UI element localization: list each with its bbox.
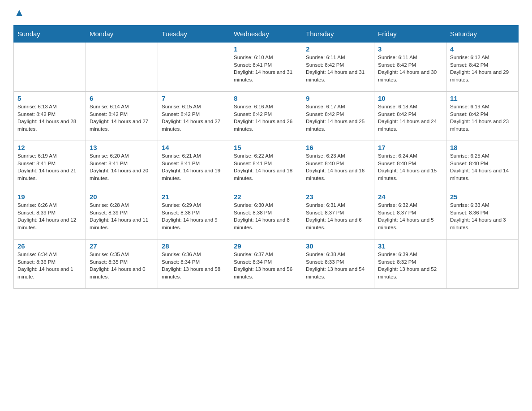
day-info-line: Sunset: 8:36 PM [450,210,488,215]
calendar-table: SundayMondayTuesdayWednesdayThursdayFrid… [13,25,519,289]
weekday-header-thursday: Thursday [302,26,374,43]
day-info-line: Sunrise: 6:14 AM [90,104,129,109]
calendar-cell [14,43,86,92]
day-info: Sunrise: 6:12 AMSunset: 8:42 PMDaylight:… [450,54,515,84]
calendar-cell: 8Sunrise: 6:16 AMSunset: 8:42 PMDaylight… [230,92,302,141]
day-number: 4 [450,45,515,53]
day-info: Sunrise: 6:34 AMSunset: 8:36 PMDaylight:… [17,251,82,281]
calendar-cell: 12Sunrise: 6:19 AMSunset: 8:41 PMDayligh… [14,141,86,190]
calendar-cell: 19Sunrise: 6:26 AMSunset: 8:39 PMDayligh… [14,190,86,240]
day-info: Sunrise: 6:28 AMSunset: 8:39 PMDaylight:… [90,201,154,231]
day-number: 19 [17,193,82,201]
calendar-cell: 7Sunrise: 6:15 AMSunset: 8:42 PMDaylight… [158,92,230,141]
day-number: 12 [17,144,82,151]
day-info-line: Daylight: 14 hours and 28 minutes. [17,119,76,132]
day-number: 20 [90,193,154,201]
day-info-line: Sunset: 8:41 PM [234,62,272,68]
day-info-line: Daylight: 14 hours and 31 minutes. [306,69,365,82]
day-info-line: Sunset: 8:38 PM [234,210,272,215]
day-info-line: Sunrise: 6:25 AM [450,153,489,158]
day-info: Sunrise: 6:21 AMSunset: 8:41 PMDaylight:… [162,152,226,182]
day-info: Sunrise: 6:20 AMSunset: 8:41 PMDaylight:… [90,152,154,182]
week-row-1: 1Sunrise: 6:10 AMSunset: 8:41 PMDaylight… [14,43,519,92]
calendar-cell: 11Sunrise: 6:19 AMSunset: 8:42 PMDayligh… [446,92,519,141]
day-info-line: Daylight: 14 hours and 23 minutes. [450,119,509,132]
day-number: 28 [162,242,226,250]
day-info-line: Daylight: 14 hours and 21 minutes. [17,168,76,181]
day-info-line: Daylight: 14 hours and 6 minutes. [306,217,362,230]
day-info-line: Sunset: 8:39 PM [17,210,56,215]
day-number: 15 [234,144,298,151]
day-info-line: Sunrise: 6:26 AM [17,202,57,208]
day-info-line: Sunset: 8:34 PM [234,259,272,265]
day-info-line: Daylight: 14 hours and 8 minutes. [234,217,290,230]
day-info-line: Sunset: 8:34 PM [162,259,200,265]
day-info: Sunrise: 6:36 AMSunset: 8:34 PMDaylight:… [162,251,226,281]
day-info-line: Daylight: 14 hours and 19 minutes. [162,168,220,181]
day-info: Sunrise: 6:11 AMSunset: 8:42 PMDaylight:… [306,54,370,84]
day-number: 8 [234,94,298,102]
day-info-line: Sunrise: 6:11 AM [306,55,345,60]
day-info-line: Daylight: 14 hours and 31 minutes. [234,69,292,82]
day-info-line: Daylight: 14 hours and 0 minutes. [90,266,146,279]
day-info-line: Daylight: 14 hours and 9 minutes. [162,217,218,230]
day-info: Sunrise: 6:33 AMSunset: 8:36 PMDaylight:… [450,201,515,231]
day-info-line: Sunrise: 6:10 AM [234,55,273,60]
day-info: Sunrise: 6:25 AMSunset: 8:40 PMDaylight:… [450,152,515,182]
day-info: Sunrise: 6:24 AMSunset: 8:40 PMDaylight:… [378,152,442,182]
day-info-line: Sunset: 8:41 PM [234,161,272,166]
day-info-line: Daylight: 14 hours and 27 minutes. [90,119,148,132]
day-info-line: Daylight: 13 hours and 56 minutes. [234,266,292,279]
day-info-line: Sunset: 8:42 PM [378,111,416,117]
day-info-line: Sunrise: 6:19 AM [450,104,489,109]
day-info-line: Sunset: 8:42 PM [306,62,344,68]
day-number: 13 [90,144,154,151]
day-number: 3 [378,45,442,53]
week-row-2: 5Sunrise: 6:13 AMSunset: 8:42 PMDaylight… [14,92,519,141]
weekday-header-monday: Monday [86,26,158,43]
calendar-cell: 28Sunrise: 6:36 AMSunset: 8:34 PMDayligh… [158,240,230,289]
day-info-line: Sunset: 8:37 PM [378,210,416,215]
calendar-cell [86,43,158,92]
day-info-line: Sunrise: 6:30 AM [234,202,273,208]
calendar-cell: 22Sunrise: 6:30 AMSunset: 8:38 PMDayligh… [230,190,302,240]
calendar-cell: 14Sunrise: 6:21 AMSunset: 8:41 PMDayligh… [158,141,230,190]
day-number: 29 [234,242,298,250]
calendar-cell: 4Sunrise: 6:12 AMSunset: 8:42 PMDaylight… [446,43,519,92]
day-number: 14 [162,144,226,151]
day-number: 24 [378,193,442,201]
day-info-line: Daylight: 14 hours and 20 minutes. [90,168,148,181]
day-info-line: Sunrise: 6:23 AM [306,153,345,158]
day-info-line: Sunrise: 6:17 AM [306,104,345,109]
logo-triangle-icon [14,8,24,18]
day-info-line: Sunset: 8:41 PM [17,161,56,166]
day-info-line: Sunset: 8:42 PM [378,62,416,68]
svg-marker-0 [16,10,22,16]
day-number: 17 [378,144,442,151]
day-info: Sunrise: 6:13 AMSunset: 8:42 PMDaylight:… [17,103,82,133]
calendar-cell: 17Sunrise: 6:24 AMSunset: 8:40 PMDayligh… [374,141,446,190]
week-row-3: 12Sunrise: 6:19 AMSunset: 8:41 PMDayligh… [14,141,519,190]
day-number: 10 [378,94,442,102]
day-info-line: Sunrise: 6:12 AM [450,55,489,60]
day-info-line: Daylight: 14 hours and 30 minutes. [378,69,437,82]
day-info: Sunrise: 6:30 AMSunset: 8:38 PMDaylight:… [234,201,298,231]
day-info: Sunrise: 6:10 AMSunset: 8:41 PMDaylight:… [234,54,298,84]
calendar-cell: 24Sunrise: 6:32 AMSunset: 8:37 PMDayligh… [374,190,446,240]
weekday-header-sunday: Sunday [14,26,86,43]
day-info-line: Sunrise: 6:18 AM [378,104,417,109]
calendar-cell: 15Sunrise: 6:22 AMSunset: 8:41 PMDayligh… [230,141,302,190]
day-info-line: Sunset: 8:42 PM [234,111,272,117]
day-number: 6 [90,94,154,102]
day-info: Sunrise: 6:31 AMSunset: 8:37 PMDaylight:… [306,201,370,231]
day-info-line: Sunrise: 6:11 AM [378,55,417,60]
day-info: Sunrise: 6:35 AMSunset: 8:35 PMDaylight:… [90,251,154,281]
day-info-line: Sunrise: 6:24 AM [378,153,417,158]
day-info-line: Daylight: 14 hours and 14 minutes. [450,168,509,181]
day-info: Sunrise: 6:39 AMSunset: 8:32 PMDaylight:… [378,251,442,281]
day-info-line: Sunset: 8:42 PM [17,111,56,117]
day-info-line: Daylight: 14 hours and 3 minutes. [450,217,506,230]
day-info-line: Sunrise: 6:32 AM [378,202,417,208]
calendar-cell: 9Sunrise: 6:17 AMSunset: 8:42 PMDaylight… [302,92,374,141]
week-row-5: 26Sunrise: 6:34 AMSunset: 8:36 PMDayligh… [14,240,519,289]
